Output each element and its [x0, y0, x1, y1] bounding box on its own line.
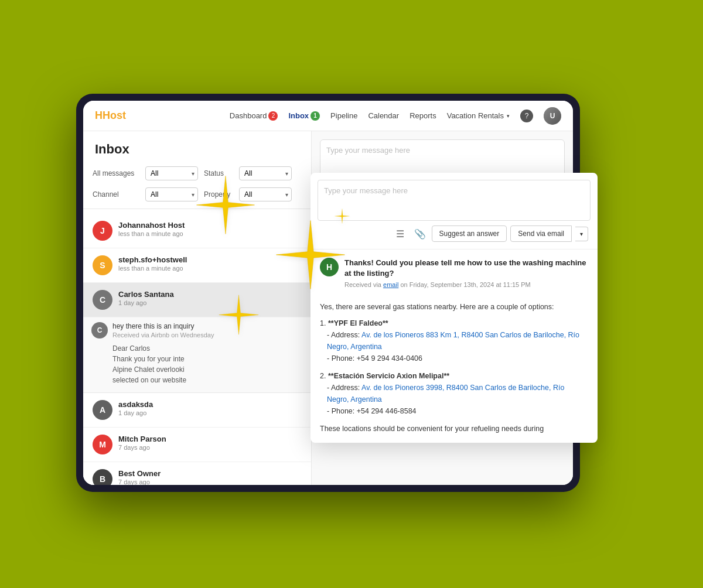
property-select[interactable]: All: [239, 187, 292, 201]
msg-time: 7 days ago: [118, 444, 302, 451]
all-messages-select-wrapper: All: [145, 166, 198, 180]
msg-name: Carlos Santana: [118, 290, 302, 299]
preview-text-1: hey there this is an inquiry: [112, 322, 303, 330]
all-messages-select[interactable]: All: [145, 166, 198, 180]
nav-dashboard[interactable]: Dashboard 2: [230, 111, 278, 121]
status-label: Status: [204, 169, 233, 177]
address-link-2: Av. de los Pioneros 3998, R8400 San Carl…: [327, 384, 564, 404]
chat-bubble-text: Thanks! Could you please tell me how to …: [344, 258, 588, 279]
msg-info: Carlos Santana 1 day ago: [118, 290, 302, 306]
chat-attachment-icon[interactable]: 📎: [412, 225, 428, 242]
help-icon[interactable]: ?: [520, 110, 533, 122]
avatar: M: [93, 435, 112, 454]
chevron-down-icon: ▾: [507, 113, 510, 119]
preview-avatar: C: [91, 322, 108, 339]
logo-host: H: [95, 110, 103, 121]
all-messages-label: All messages: [93, 169, 139, 177]
preview-body: Dear Carlos Thank you for your inte Alpi…: [91, 343, 303, 385]
nav-vacation-rentals[interactable]: Vacation Rentals ▾: [447, 111, 510, 120]
channel-label: Channel: [93, 190, 139, 199]
inbox-title: Inbox: [83, 131, 311, 164]
inbox-panel: Inbox All messages All Status All: [83, 131, 312, 485]
nav-reports[interactable]: Reports: [409, 111, 436, 120]
response-item-1: 1. **YPF El Faldeo** - Address: Av. de l…: [320, 317, 588, 364]
nav-bar: HHost Dashboard 2 Inbox 1 Pipeline Calen…: [83, 101, 573, 131]
msg-name: Best Owner: [118, 469, 302, 478]
msg-info: steph.sfo+hostwell less than a minute ag…: [118, 255, 302, 272]
msg-info: Mitch Parson 7 days ago: [118, 435, 302, 451]
logo-host-text: Host: [103, 110, 126, 121]
nav-items: Dashboard 2 Inbox 1 Pipeline Calendar Re…: [230, 107, 561, 125]
chat-panel: Type your message here ☰ 📎 Suggest an an…: [310, 173, 598, 443]
logo: HHost: [95, 110, 126, 122]
response-outro: These locations should be convenient for…: [320, 423, 588, 435]
avatar: A: [93, 400, 112, 420]
response-intro: Yes, there are several gas stations near…: [320, 301, 588, 313]
message-list: J Johannahost Host less than a minute ag…: [83, 214, 311, 485]
chat-notes-icon[interactable]: ☰: [392, 225, 408, 242]
msg-name: asdaksda: [118, 400, 302, 409]
email-link[interactable]: email: [383, 281, 398, 288]
chat-compose-toolbar: ☰ 📎 Suggest an answer Send via email ▾: [318, 221, 591, 242]
chat-message-section: H Thanks! Could you please tell me how t…: [310, 249, 598, 296]
address-link-1: Av. de los Pioneros 883 Km 1, R8400 San …: [327, 331, 579, 351]
chat-response: Yes, there are several gas stations near…: [310, 296, 598, 443]
chat-suggest-answer-button[interactable]: Suggest an answer: [432, 225, 507, 242]
msg-time: 1 day ago: [118, 409, 302, 416]
msg-name: Mitch Parson: [118, 435, 302, 443]
nav-calendar[interactable]: Calendar: [368, 111, 399, 120]
msg-name: steph.sfo+hostwell: [118, 255, 302, 264]
channel-select[interactable]: All: [145, 187, 198, 201]
dashboard-badge: 2: [268, 111, 278, 121]
chat-compose: Type your message here ☰ 📎 Suggest an an…: [310, 173, 598, 249]
chat-send-dropdown-button[interactable]: ▾: [575, 227, 588, 241]
chat-bubble: Thanks! Could you please tell me how to …: [344, 258, 588, 288]
inbox-badge: 1: [310, 111, 320, 121]
msg-name: Johannahost Host: [118, 221, 302, 230]
list-item[interactable]: S steph.sfo+hostwell less than a minute …: [83, 248, 311, 283]
property-label: Property: [204, 190, 233, 199]
nav-inbox[interactable]: Inbox 1: [288, 111, 320, 121]
message-preview: C hey there this is an inquiry Received …: [83, 317, 311, 393]
channel-select-wrapper: All: [145, 187, 198, 201]
filter-row-2: Channel All Property All: [83, 185, 311, 204]
chat-send-button[interactable]: Send via email: [510, 225, 572, 242]
chat-timestamp: Received via email on Friday, September …: [344, 281, 588, 288]
msg-time: less than a minute ago: [118, 230, 302, 237]
chat-message-row: H Thanks! Could you please tell me how t…: [320, 258, 588, 288]
msg-time: less than a minute ago: [118, 265, 302, 272]
nav-pipeline[interactable]: Pipeline: [330, 111, 357, 120]
list-item[interactable]: J Johannahost Host less than a minute ag…: [83, 214, 311, 248]
list-item[interactable]: B Best Owner 7 days ago: [83, 462, 311, 485]
msg-time: 7 days ago: [118, 478, 302, 485]
msg-info: Johannahost Host less than a minute ago: [118, 221, 302, 237]
list-item[interactable]: A asdaksda 1 day ago: [83, 393, 311, 428]
avatar: C: [93, 290, 112, 310]
list-item[interactable]: C Carlos Santana 1 day ago: [83, 283, 311, 317]
msg-info: asdaksda 1 day ago: [118, 400, 302, 416]
msg-info: Best Owner 7 days ago: [118, 469, 302, 485]
filter-row-1: All messages All Status All: [83, 164, 311, 183]
status-select[interactable]: All: [239, 166, 292, 180]
list-item[interactable]: M Mitch Parson 7 days ago: [83, 428, 311, 462]
status-select-wrapper: All: [239, 166, 292, 180]
avatar: J: [93, 221, 112, 241]
chat-avatar: H: [320, 258, 339, 276]
avatar: B: [93, 469, 112, 485]
msg-time: 1 day ago: [118, 299, 302, 306]
preview-timestamp: Received via Airbnb on Wednesday: [112, 331, 303, 339]
filter-divider: [83, 208, 311, 209]
response-item-2: 2. **Estación Servicio Axion Melipal** -…: [320, 370, 588, 417]
property-select-wrapper: All: [239, 187, 292, 201]
avatar: S: [93, 255, 112, 275]
chat-compose-input[interactable]: Type your message here: [318, 180, 591, 221]
avatar[interactable]: U: [544, 107, 561, 125]
